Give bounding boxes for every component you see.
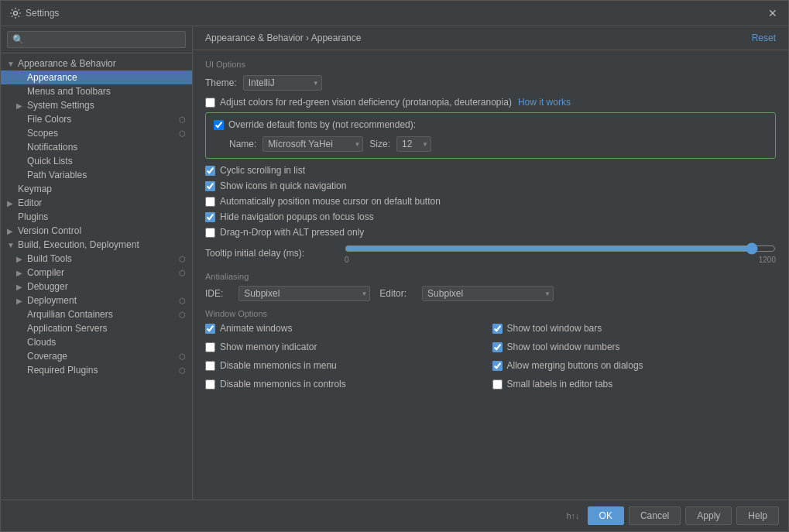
sidebar-item-application-servers[interactable]: Application Servers bbox=[1, 321, 192, 335]
sidebar-item-build-tools[interactable]: ▶ Build Tools ⬡ bbox=[1, 252, 192, 266]
sidebar-item-required-plugins[interactable]: Required Plugins ⬡ bbox=[1, 363, 192, 377]
close-button[interactable]: ✕ bbox=[767, 7, 779, 19]
sidebar-item-debugger[interactable]: ▶ Debugger bbox=[1, 280, 192, 293]
drag-drop-checkbox[interactable] bbox=[205, 228, 215, 238]
override-fonts-box: Override default fonts by (not recommend… bbox=[205, 112, 776, 159]
show-tool-window-bars-checkbox[interactable] bbox=[492, 324, 503, 334]
tooltip-delay-label: Tooltip initial delay (ms): bbox=[205, 248, 345, 259]
sidebar-item-compiler[interactable]: ▶ Compiler ⬡ bbox=[1, 266, 192, 280]
auto-position-checkbox[interactable] bbox=[205, 197, 215, 207]
sidebar-item-system-settings[interactable]: ▶ System Settings bbox=[1, 98, 192, 112]
drag-drop-label: Drag-n-Drop with ALT pressed only bbox=[220, 227, 364, 238]
disable-mnemonics-controls-checkbox[interactable] bbox=[205, 379, 215, 390]
sidebar-item-clouds[interactable]: Clouds bbox=[1, 335, 192, 349]
animate-windows-checkbox[interactable] bbox=[205, 324, 215, 334]
animate-windows-label: Animate windows bbox=[220, 323, 292, 334]
bottom-bar: h↑↓ OK Cancel Apply Help bbox=[1, 499, 788, 531]
font-name-dropdown[interactable]: Microsoft YaHei bbox=[262, 136, 363, 152]
search-box bbox=[1, 26, 192, 53]
show-memory-checkbox[interactable] bbox=[205, 342, 215, 352]
main-content: ▼ Appearance & Behavior Appearance Menus… bbox=[1, 26, 788, 499]
font-size-label: Size: bbox=[369, 139, 390, 149]
font-size-dropdown[interactable]: 12 10 11 13 14 bbox=[396, 136, 431, 152]
disable-mnemonics-controls-label: Disable mnemonics in controls bbox=[220, 379, 346, 390]
panel-content: UI Options Theme: IntelliJ Darcula High … bbox=[193, 50, 788, 499]
sidebar-item-editor[interactable]: ▶ Editor bbox=[1, 196, 192, 210]
sidebar-item-quick-lists[interactable]: Quick Lists bbox=[1, 154, 192, 168]
how-it-works-link[interactable]: How it works bbox=[518, 97, 571, 108]
theme-row: Theme: IntelliJ Darcula High Contrast bbox=[205, 75, 776, 91]
sidebar-item-file-colors[interactable]: File Colors ⬡ bbox=[1, 112, 192, 126]
search-input[interactable] bbox=[7, 31, 186, 48]
external-icon: ⬡ bbox=[179, 129, 186, 138]
ide-aa-dropdown[interactable]: Subpixel Greyscale None bbox=[238, 286, 370, 301]
show-tool-window-numbers-row: Show tool window numbers bbox=[492, 342, 777, 352]
animate-windows-row: Animate windows bbox=[205, 323, 489, 334]
svg-point-0 bbox=[14, 12, 18, 15]
disable-mnemonics-menu-row: Disable mnemonics in menu bbox=[205, 360, 489, 371]
slider-max: 1200 bbox=[759, 256, 776, 264]
window-title: Settings bbox=[26, 8, 59, 19]
window-options-section: Window Options bbox=[205, 309, 776, 318]
override-fonts-label: Override default fonts by (not recommend… bbox=[228, 119, 416, 130]
external-icon: ⬡ bbox=[179, 115, 186, 124]
sidebar: ▼ Appearance & Behavior Appearance Menus… bbox=[1, 26, 193, 499]
cyclic-scrolling-row: Cyclic scrolling in list bbox=[205, 165, 776, 176]
breadcrumb-path: Appearance & Behavior › Appearance bbox=[205, 33, 361, 43]
allow-merging-row: Allow merging buttons on dialogs bbox=[492, 360, 777, 371]
adjust-colors-row: Adjust colors for red-green vision defic… bbox=[205, 97, 776, 108]
antialiasing-label: Antialiasing bbox=[205, 272, 776, 281]
show-tool-window-numbers-checkbox[interactable] bbox=[492, 342, 503, 352]
adjust-colors-checkbox[interactable] bbox=[205, 98, 215, 108]
sidebar-item-appearance[interactable]: Appearance bbox=[1, 70, 192, 84]
editor-aa-dropdown[interactable]: Subpixel Greyscale None bbox=[422, 286, 554, 301]
show-memory-label: Show memory indicator bbox=[220, 342, 317, 352]
sidebar-item-arquillian[interactable]: Arquillian Containers ⬡ bbox=[1, 307, 192, 321]
sidebar-item-version-control[interactable]: ▶ Version Control bbox=[1, 224, 192, 238]
sidebar-item-appearance-behavior[interactable]: ▼ Appearance & Behavior bbox=[1, 57, 192, 70]
cancel-button[interactable]: Cancel bbox=[629, 506, 681, 525]
sidebar-item-build-execution-deployment[interactable]: ▼ Build, Execution, Deployment bbox=[1, 238, 192, 252]
small-labels-checkbox[interactable] bbox=[492, 379, 503, 390]
reset-button[interactable]: Reset bbox=[752, 33, 776, 43]
allow-merging-checkbox[interactable] bbox=[492, 361, 503, 371]
sidebar-item-scopes[interactable]: Scopes ⬡ bbox=[1, 126, 192, 140]
font-size-dropdown-wrap: 12 10 11 13 14 bbox=[396, 136, 431, 152]
theme-dropdown-wrap: IntelliJ Darcula High Contrast bbox=[243, 75, 322, 91]
apply-button[interactable]: Apply bbox=[685, 506, 732, 525]
sidebar-item-keymap[interactable]: Keymap bbox=[1, 182, 192, 196]
sidebar-item-coverage[interactable]: Coverage ⬡ bbox=[1, 349, 192, 363]
font-settings-row: Name: Microsoft YaHei Size: 12 10 11 bbox=[214, 136, 767, 152]
external-icon: ⬡ bbox=[179, 255, 186, 263]
sidebar-item-menus-toolbars[interactable]: Menus and Toolbars bbox=[1, 84, 192, 98]
tooltip-delay-slider[interactable] bbox=[345, 242, 776, 255]
sidebar-item-path-variables[interactable]: Path Variables bbox=[1, 168, 192, 182]
ui-options-label: UI Options bbox=[205, 60, 776, 69]
sidebar-item-plugins[interactable]: Plugins bbox=[1, 210, 192, 224]
ide-aa-label: IDE: bbox=[205, 288, 223, 299]
expand-arrow: ▼ bbox=[7, 60, 16, 68]
disable-mnemonics-menu-checkbox[interactable] bbox=[205, 361, 215, 371]
hide-navigation-row: Hide navigation popups on focus loss bbox=[205, 211, 776, 222]
disable-mnemonics-menu-label: Disable mnemonics in menu bbox=[220, 360, 337, 371]
hide-navigation-checkbox[interactable] bbox=[205, 212, 215, 222]
disable-mnemonics-controls-row: Disable mnemonics in controls bbox=[205, 379, 489, 390]
sidebar-tree: ▼ Appearance & Behavior Appearance Menus… bbox=[1, 53, 192, 499]
theme-dropdown[interactable]: IntelliJ Darcula High Contrast bbox=[243, 75, 322, 91]
show-icons-checkbox[interactable] bbox=[205, 181, 215, 191]
show-icons-row: Show icons in quick navigation bbox=[205, 180, 776, 191]
sidebar-item-notifications[interactable]: Notifications bbox=[1, 140, 192, 154]
external-icon: ⬡ bbox=[179, 366, 186, 375]
allow-merging-label: Allow merging buttons on dialogs bbox=[507, 360, 643, 371]
main-panel: Appearance & Behavior › Appearance Reset… bbox=[193, 26, 788, 499]
settings-icon bbox=[10, 8, 21, 19]
override-fonts-checkbox[interactable] bbox=[214, 120, 224, 130]
external-icon: ⬡ bbox=[179, 352, 186, 361]
small-labels-label: Small labels in editor tabs bbox=[507, 379, 613, 390]
help-button[interactable]: Help bbox=[736, 506, 779, 525]
antialiasing-section: Antialiasing bbox=[205, 272, 776, 281]
cyclic-scrolling-checkbox[interactable] bbox=[205, 166, 215, 176]
tooltip-delay-row: Tooltip initial delay (ms): 0 1200 bbox=[205, 242, 776, 264]
ok-button[interactable]: OK bbox=[588, 506, 624, 525]
sidebar-item-deployment[interactable]: ▶ Deployment ⬡ bbox=[1, 293, 192, 307]
